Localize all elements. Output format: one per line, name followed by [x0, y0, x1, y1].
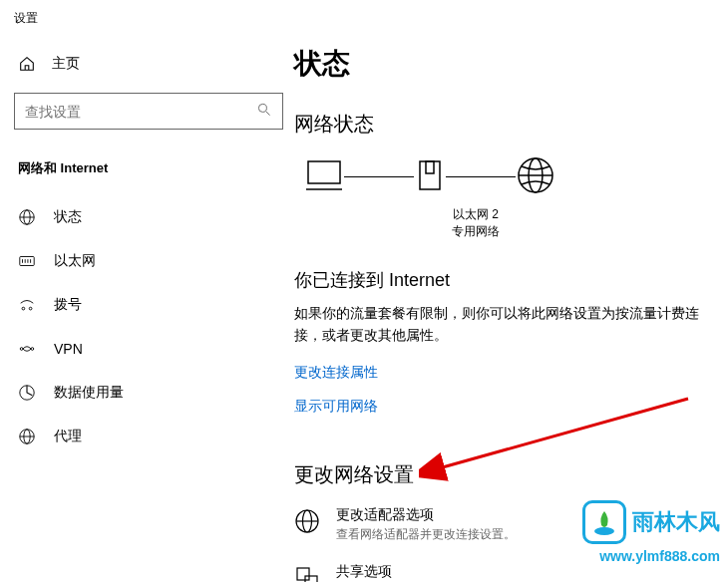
- sidebar-home-label: 主页: [52, 55, 80, 73]
- data-usage-icon: [18, 384, 36, 402]
- svg-point-11: [29, 307, 32, 310]
- search-input[interactable]: [25, 104, 256, 120]
- diagram-line: [446, 176, 516, 177]
- svg-point-0: [258, 104, 266, 112]
- svg-point-13: [31, 348, 34, 351]
- diagram-line: [344, 176, 414, 177]
- diagram-labels: 以太网 2 专用网络: [294, 206, 633, 240]
- search-icon: [256, 102, 272, 121]
- internet-globe-icon: [516, 155, 555, 198]
- computer-icon: [304, 157, 344, 196]
- sidebar-item-label: 代理: [54, 428, 82, 445]
- watermark-brand: 雨林木风: [632, 507, 720, 537]
- adapter-globe-icon: [294, 508, 320, 534]
- svg-rect-18: [308, 161, 340, 183]
- sidebar-item-status[interactable]: 状态: [14, 195, 280, 239]
- ethernet-icon: [18, 252, 36, 270]
- page-title: 状态: [294, 45, 728, 83]
- change-network-settings-header: 更改网络设置: [294, 461, 728, 488]
- sidebar-item-proxy[interactable]: 代理: [14, 415, 280, 458]
- svg-rect-29: [305, 576, 317, 582]
- svg-line-1: [266, 112, 270, 116]
- watermark: 雨林木风: [582, 500, 720, 544]
- window-title: 设置: [0, 0, 728, 37]
- globe-icon: [18, 208, 36, 226]
- sharing-icon: [294, 565, 320, 582]
- home-icon: [18, 55, 36, 73]
- sidebar-item-data-usage[interactable]: 数据使用量: [14, 371, 280, 415]
- svg-rect-5: [20, 257, 34, 266]
- watermark-url: www.ylmf888.com: [599, 548, 720, 564]
- vpn-icon: [18, 340, 36, 358]
- svg-point-12: [20, 348, 23, 351]
- network-status-header: 网络状态: [294, 111, 728, 138]
- sidebar-category: 网络和 Internet: [14, 149, 280, 195]
- search-box[interactable]: [14, 93, 283, 130]
- option-title: 更改适配器选项: [336, 506, 516, 524]
- network-diagram: [294, 155, 728, 198]
- sidebar-item-ethernet[interactable]: 以太网: [14, 239, 280, 283]
- sidebar-item-label: 数据使用量: [54, 384, 124, 402]
- svg-point-32: [594, 527, 614, 535]
- adapter-name: 以太网 2: [436, 206, 516, 223]
- svg-rect-20: [420, 161, 440, 189]
- option-sharing[interactable]: 共享选项 根据所连接到的网络，: [294, 563, 728, 582]
- option-title: 共享选项: [336, 563, 456, 581]
- svg-rect-28: [297, 568, 309, 580]
- connected-body: 如果你的流量套餐有限制，则你可以将此网络设置为按流量计费连接，或者更改其他属性。: [294, 302, 728, 347]
- sidebar-item-label: 拨号: [54, 296, 82, 314]
- connected-header: 你已连接到 Internet: [294, 268, 728, 292]
- watermark-badge-icon: [582, 500, 626, 544]
- sidebar-item-label: 以太网: [54, 252, 96, 270]
- sidebar-item-label: 状态: [54, 208, 82, 226]
- link-show-available-networks[interactable]: 显示可用网络: [294, 398, 378, 416]
- svg-point-10: [22, 307, 25, 310]
- sidebar-home[interactable]: 主页: [14, 45, 280, 83]
- sidebar-item-label: VPN: [54, 341, 83, 357]
- dialup-icon: [18, 296, 36, 314]
- sidebar-item-dialup[interactable]: 拨号: [14, 283, 280, 327]
- sidebar-item-vpn[interactable]: VPN: [14, 327, 280, 371]
- network-type: 专用网络: [436, 223, 516, 240]
- link-change-connection-properties[interactable]: 更改连接属性: [294, 364, 378, 382]
- sidebar: 主页 网络和 Internet 状态: [0, 37, 294, 582]
- option-desc: 查看网络适配器并更改连接设置。: [336, 526, 516, 543]
- svg-rect-21: [426, 161, 434, 173]
- router-icon: [414, 157, 446, 196]
- proxy-icon: [18, 428, 36, 445]
